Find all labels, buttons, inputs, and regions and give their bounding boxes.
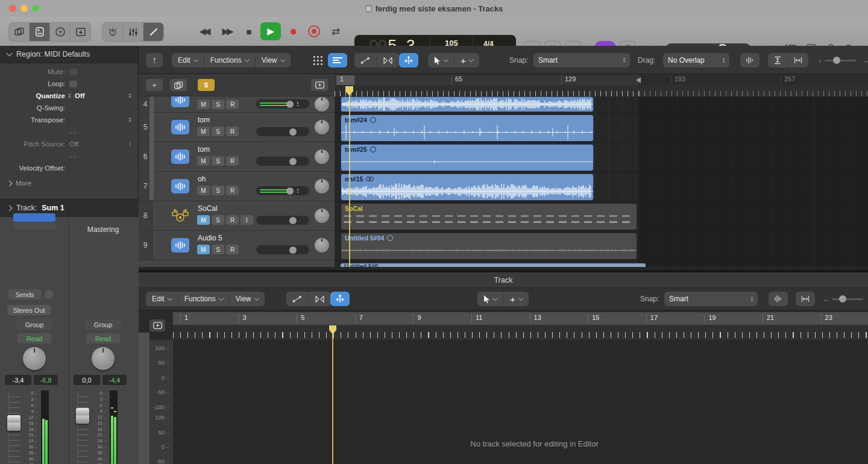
track-volume-slider[interactable] <box>256 127 309 136</box>
track-record-enable-button[interactable]: R <box>226 245 239 254</box>
editor-waveform-zoom-button[interactable] <box>769 292 788 306</box>
tracks-menu-edit[interactable]: Edit <box>172 53 204 67</box>
track-solo-button[interactable]: S <box>212 99 224 109</box>
send-knob[interactable] <box>45 290 54 299</box>
region-untitled-partial[interactable]: Untitled 5#0 <box>341 263 646 267</box>
track-volume-slider[interactable] <box>256 99 309 108</box>
fader-cap[interactable] <box>76 408 89 424</box>
group-slot[interactable]: Group <box>85 319 121 330</box>
project-end-marker[interactable] <box>636 77 641 83</box>
track-solo-button[interactable]: S <box>212 245 224 254</box>
slider-knob[interactable] <box>289 158 297 165</box>
track-solo-mode-button[interactable]: S <box>198 79 215 91</box>
track-name[interactable]: SoCal <box>198 204 218 213</box>
track-mute-button[interactable]: M <box>197 99 210 109</box>
library-toggle-button[interactable] <box>9 23 30 41</box>
output-slot[interactable]: Stereo Out <box>7 305 51 315</box>
quick-help-button[interactable]: ? <box>50 23 71 41</box>
stepper-icon[interactable]: ▴▾ <box>129 141 131 147</box>
track-solo-button[interactable]: S <box>212 186 224 195</box>
editor-menu-functions[interactable]: Functions <box>178 292 230 306</box>
stop-button[interactable]: ■ <box>241 22 257 40</box>
slider-knob[interactable] <box>289 246 297 254</box>
checkbox[interactable] <box>69 69 77 75</box>
add-track-button[interactable]: + <box>146 79 163 91</box>
track-header[interactable]: 9Audio 5MSR <box>139 231 335 260</box>
automation-mode-button[interactable]: Read <box>86 333 120 343</box>
track-pan-knob[interactable] <box>315 238 329 252</box>
editor-catch-playhead-button[interactable] <box>330 292 350 306</box>
inspector-toggle-button[interactable] <box>30 23 50 41</box>
region-parameter-row[interactable]: Q-Swing: <box>0 102 138 114</box>
automation-button[interactable] <box>354 53 377 67</box>
track-pan-knob[interactable] <box>315 208 329 223</box>
track-solo-button[interactable]: S <box>212 156 224 166</box>
tracks-menu-functions[interactable]: Functions <box>204 53 256 67</box>
automation-mode-button[interactable]: Read <box>17 333 51 343</box>
cycle-button[interactable]: ⇄ <box>327 22 345 40</box>
toolbar-toggle-button[interactable] <box>71 23 90 41</box>
track-record-enable-button[interactable]: R <box>226 99 239 109</box>
list-view-button[interactable] <box>328 53 347 67</box>
region-parameter-row[interactable]: Quantize▴▾Off▴▾ <box>0 90 138 102</box>
parameter-value[interactable]: - - <box>69 152 76 160</box>
region-parameter-row[interactable]: Mute: <box>0 66 138 78</box>
track-header[interactable]: 7ohMSR <box>139 172 335 201</box>
parameter-value[interactable]: Off <box>75 92 85 99</box>
tuner-button[interactable] <box>102 23 123 41</box>
tracks-workspace[interactable]: tom#24tom#25oh#15SoCalUntitled 5#04 <box>335 96 868 267</box>
track-scrollbar[interactable] <box>149 96 154 200</box>
forward-button[interactable]: ▶▶ <box>217 22 236 40</box>
editor-pointer-tool-menu[interactable] <box>477 292 504 306</box>
rewind-button[interactable]: ◀◀ <box>194 22 213 40</box>
track-name[interactable]: tom <box>198 116 210 124</box>
track-volume-slider[interactable] <box>256 186 309 195</box>
track-header[interactable]: 8SoCalMSRI <box>139 201 335 231</box>
region-untitled-5-04[interactable]: Untitled 5#04 <box>341 233 637 260</box>
back-navigation-button[interactable]: ↑ <box>146 53 163 67</box>
pointer-tool-menu[interactable] <box>428 53 454 67</box>
region-parameter-row[interactable]: Loop: <box>0 78 138 90</box>
volume-value[interactable]: -3,4 <box>5 375 31 385</box>
track-input-monitor-button[interactable]: I <box>241 215 253 225</box>
editor-snap-dropdown[interactable]: Smart▴▾ <box>664 292 758 306</box>
track-pan-knob[interactable] <box>315 179 329 193</box>
group-slot[interactable]: Group <box>16 319 52 330</box>
slider-knob[interactable] <box>289 217 297 224</box>
track-header[interactable]: 6tomMSR <box>139 142 335 172</box>
track-header-config-button[interactable] <box>311 79 328 91</box>
parameter-value[interactable]: Off <box>69 140 78 148</box>
region-tom-25[interactable]: tom#25 <box>341 144 594 171</box>
pan-knob[interactable] <box>23 347 46 370</box>
stepper-icon[interactable]: ▴▾ <box>129 93 131 99</box>
stepper-icon[interactable]: ▴▾ <box>69 93 71 99</box>
vertical-zoom-slider[interactable]: ↕ <box>819 57 856 64</box>
track-pan-knob[interactable] <box>315 120 329 134</box>
track-pan-knob[interactable] <box>315 97 329 111</box>
pencil-tool-button[interactable] <box>143 23 163 41</box>
slider-knob[interactable] <box>286 187 294 195</box>
horizontal-zoom-slider[interactable]: ↔ <box>863 57 868 64</box>
gain-value[interactable]: -6,8 <box>34 375 58 385</box>
more-disclosure[interactable]: More <box>0 174 138 189</box>
track-record-enable-button[interactable]: R <box>226 186 239 195</box>
track-name[interactable]: Audio 5 <box>198 234 222 242</box>
fader-cap[interactable] <box>7 415 20 431</box>
slider-knob[interactable] <box>289 128 297 136</box>
editor-bar-ruler[interactable]: 1357911131517192123 <box>173 312 868 325</box>
stepper-icon[interactable]: ▴▾ <box>129 117 131 123</box>
region-parameter-row[interactable]: Velocity Offset: <box>0 162 138 174</box>
region-tom-24[interactable]: tom#24 <box>341 114 594 142</box>
region-parameter-row[interactable]: - - <box>0 126 138 138</box>
region-oh-15[interactable]: oh#15 <box>341 174 594 201</box>
editor-horizontal-zoom-slider[interactable]: ↔ <box>823 295 863 303</box>
track-volume-slider[interactable] <box>256 245 309 254</box>
editor-playhead[interactable] <box>332 325 333 464</box>
region-parameter-row[interactable]: - - <box>0 150 138 162</box>
region-inspector-header[interactable]: Region: MIDI Defaults <box>0 46 138 63</box>
bar-ruler[interactable]: 165129193257 <box>335 74 868 96</box>
track-solo-button[interactable]: S <box>212 127 224 136</box>
play-button[interactable]: ▶ <box>260 22 281 40</box>
checkbox[interactable] <box>69 81 77 87</box>
track-record-enable-button[interactable]: R <box>226 215 239 225</box>
